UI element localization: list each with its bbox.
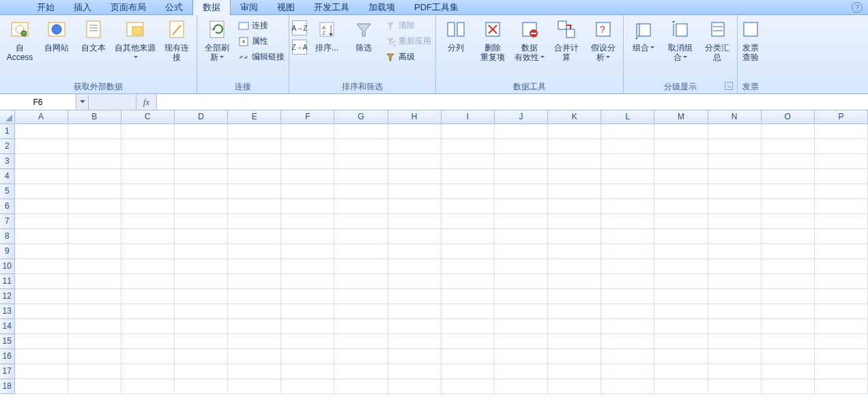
cell-K1[interactable] bbox=[548, 124, 601, 139]
row-header-13[interactable]: 13 bbox=[0, 304, 15, 319]
cell-L7[interactable] bbox=[601, 214, 654, 229]
cell-C2[interactable] bbox=[121, 139, 175, 154]
cell-I17[interactable] bbox=[442, 364, 495, 379]
cell-O14[interactable] bbox=[762, 319, 815, 334]
cell-H18[interactable] bbox=[388, 379, 442, 394]
cell-F9[interactable] bbox=[281, 244, 334, 259]
cell-C6[interactable] bbox=[121, 199, 175, 214]
row-header-12[interactable]: 12 bbox=[0, 289, 15, 304]
cell-E15[interactable] bbox=[228, 334, 281, 349]
cell-G16[interactable] bbox=[334, 349, 388, 364]
cell-H1[interactable] bbox=[388, 124, 442, 139]
tab-developer[interactable]: 开发工具 bbox=[304, 0, 359, 15]
column-header-O[interactable]: O bbox=[762, 110, 815, 123]
cell-L9[interactable] bbox=[601, 244, 654, 259]
cell-M7[interactable] bbox=[654, 214, 708, 229]
cell-K16[interactable] bbox=[548, 349, 601, 364]
outline-dialog-launcher[interactable]: ↘ bbox=[725, 82, 733, 90]
cell-C15[interactable] bbox=[121, 334, 175, 349]
cell-M8[interactable] bbox=[654, 229, 708, 244]
tab-review[interactable]: 审阅 bbox=[231, 0, 267, 15]
cell-D3[interactable] bbox=[175, 154, 228, 169]
column-header-C[interactable]: C bbox=[121, 110, 175, 123]
cell-K10[interactable] bbox=[548, 259, 601, 274]
cell-K5[interactable] bbox=[548, 184, 601, 199]
cell-O7[interactable] bbox=[762, 214, 815, 229]
cell-B6[interactable] bbox=[68, 199, 121, 214]
cell-C18[interactable] bbox=[121, 379, 175, 394]
cell-G5[interactable] bbox=[334, 184, 388, 199]
cell-H16[interactable] bbox=[388, 349, 442, 364]
cell-L5[interactable] bbox=[601, 184, 654, 199]
cell-M18[interactable] bbox=[654, 379, 708, 394]
cell-D17[interactable] bbox=[175, 364, 228, 379]
cell-O10[interactable] bbox=[762, 259, 815, 274]
cell-N17[interactable] bbox=[708, 364, 762, 379]
cell-O12[interactable] bbox=[762, 289, 815, 304]
cell-F14[interactable] bbox=[281, 319, 334, 334]
cell-E13[interactable] bbox=[228, 304, 281, 319]
cell-P15[interactable] bbox=[815, 334, 868, 349]
column-header-K[interactable]: K bbox=[548, 110, 601, 123]
cell-F17[interactable] bbox=[281, 364, 334, 379]
cell-C5[interactable] bbox=[121, 184, 175, 199]
cell-B1[interactable] bbox=[68, 124, 121, 139]
cell-K12[interactable] bbox=[548, 289, 601, 304]
cell-J4[interactable] bbox=[495, 169, 548, 184]
cell-B13[interactable] bbox=[68, 304, 121, 319]
cell-N5[interactable] bbox=[708, 184, 762, 199]
cell-A5[interactable] bbox=[15, 184, 68, 199]
cell-D13[interactable] bbox=[175, 304, 228, 319]
cell-H4[interactable] bbox=[388, 169, 442, 184]
row-header-7[interactable]: 7 bbox=[0, 214, 15, 229]
cell-I13[interactable] bbox=[442, 304, 495, 319]
cell-M4[interactable] bbox=[654, 169, 708, 184]
sort-asc-button[interactable]: A→Z bbox=[292, 20, 307, 35]
cell-N1[interactable] bbox=[708, 124, 762, 139]
cell-O18[interactable] bbox=[762, 379, 815, 394]
cell-A18[interactable] bbox=[15, 379, 68, 394]
cell-L8[interactable] bbox=[601, 229, 654, 244]
cell-K9[interactable] bbox=[548, 244, 601, 259]
cell-H11[interactable] bbox=[388, 274, 442, 289]
cell-J6[interactable] bbox=[495, 199, 548, 214]
cell-J10[interactable] bbox=[495, 259, 548, 274]
cell-N15[interactable] bbox=[708, 334, 762, 349]
cell-I14[interactable] bbox=[442, 319, 495, 334]
cell-H15[interactable] bbox=[388, 334, 442, 349]
cell-A16[interactable] bbox=[15, 349, 68, 364]
cell-F15[interactable] bbox=[281, 334, 334, 349]
existing-connections-button[interactable]: 现有连接 bbox=[160, 16, 194, 64]
cell-J9[interactable] bbox=[495, 244, 548, 259]
cell-O8[interactable] bbox=[762, 229, 815, 244]
cell-L16[interactable] bbox=[601, 349, 654, 364]
cell-P5[interactable] bbox=[815, 184, 868, 199]
row-header-2[interactable]: 2 bbox=[0, 139, 15, 154]
cell-D12[interactable] bbox=[175, 289, 228, 304]
cell-H14[interactable] bbox=[388, 319, 442, 334]
from-access-button[interactable]: 自 Access bbox=[3, 16, 37, 64]
cell-N3[interactable] bbox=[708, 154, 762, 169]
cell-H8[interactable] bbox=[388, 229, 442, 244]
cell-F10[interactable] bbox=[281, 259, 334, 274]
cell-O9[interactable] bbox=[762, 244, 815, 259]
cell-F12[interactable] bbox=[281, 289, 334, 304]
cell-A14[interactable] bbox=[15, 319, 68, 334]
cell-G6[interactable] bbox=[334, 199, 388, 214]
cell-E9[interactable] bbox=[228, 244, 281, 259]
cell-G2[interactable] bbox=[334, 139, 388, 154]
cell-E16[interactable] bbox=[228, 349, 281, 364]
ungroup-button[interactable]: 取消组合 bbox=[663, 16, 697, 64]
column-header-P[interactable]: P bbox=[815, 110, 868, 123]
cell-P4[interactable] bbox=[815, 169, 868, 184]
cell-L6[interactable] bbox=[601, 199, 654, 214]
cell-N4[interactable] bbox=[708, 169, 762, 184]
cell-I9[interactable] bbox=[442, 244, 495, 259]
cell-K7[interactable] bbox=[548, 214, 601, 229]
cell-L14[interactable] bbox=[601, 319, 654, 334]
cell-B8[interactable] bbox=[68, 229, 121, 244]
name-box[interactable]: F6 bbox=[0, 94, 76, 110]
cell-D11[interactable] bbox=[175, 274, 228, 289]
cell-M6[interactable] bbox=[654, 199, 708, 214]
cell-L12[interactable] bbox=[601, 289, 654, 304]
